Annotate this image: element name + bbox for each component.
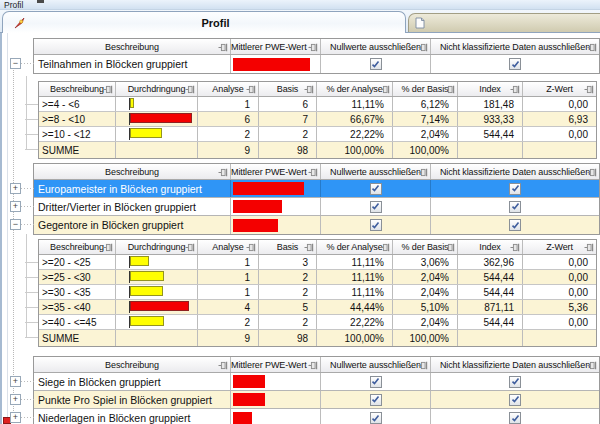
column-header-7[interactable]: Z-Wert xyxy=(523,240,596,254)
nullwerte-checkbox[interactable] xyxy=(370,412,382,424)
group-row-label-cell: Niederlagen in Blöcken gruppiert xyxy=(34,409,231,424)
detail-row[interactable]: >=20 - <251311,11%3,06%362,960,00 xyxy=(39,255,596,270)
group-row[interactable]: +Europameister in Blöcken gruppiert xyxy=(34,180,599,198)
column-header-5[interactable]: % der Basis xyxy=(393,240,458,254)
push-pin-icon[interactable] xyxy=(218,43,228,52)
push-pin-icon[interactable] xyxy=(218,168,228,177)
column-header-1[interactable]: Mittlerer PWE-Wert xyxy=(231,39,321,54)
push-pin-icon[interactable] xyxy=(304,243,314,252)
push-pin-icon[interactable] xyxy=(418,361,428,370)
nicht-klassifiziert-checkbox[interactable] xyxy=(509,58,521,70)
column-header-1[interactable]: Durchdringung xyxy=(116,82,198,96)
push-pin-icon[interactable] xyxy=(103,85,113,94)
push-pin-icon[interactable] xyxy=(445,243,455,252)
push-pin-icon[interactable] xyxy=(418,168,428,177)
push-pin-icon[interactable] xyxy=(584,243,594,252)
column-header-3[interactable]: Nicht klassifizierte Daten ausschließen xyxy=(431,39,599,54)
collapse-icon[interactable]: − xyxy=(10,58,21,69)
detail-row[interactable]: >=8 - <106766,67%7,14%933,336,93 xyxy=(39,112,596,127)
detail-row[interactable]: >=35 - <404544,44%5,10%871,115,36 xyxy=(39,300,596,315)
expand-icon[interactable]: + xyxy=(10,394,21,405)
nicht-klassifiziert-checkbox[interactable] xyxy=(509,183,521,195)
column-header-0[interactable]: Beschreibung xyxy=(34,164,231,179)
nicht-klassifiziert-checkbox[interactable] xyxy=(509,376,521,388)
column-header-2[interactable]: Analyse xyxy=(198,240,259,254)
nicht-klassifiziert-checkbox[interactable] xyxy=(509,201,521,213)
nullwerte-checkbox[interactable] xyxy=(370,201,382,213)
column-header-1[interactable]: Mittlerer PWE-Wert xyxy=(231,357,321,372)
push-pin-icon[interactable] xyxy=(308,361,318,370)
detail-row[interactable]: SUMME998100,00%100,00% xyxy=(39,142,596,158)
push-pin-icon[interactable] xyxy=(103,243,113,252)
push-pin-icon[interactable] xyxy=(510,85,520,94)
column-header-4[interactable]: % der Analyse xyxy=(317,82,393,96)
nullwerte-checkbox[interactable] xyxy=(370,219,382,231)
column-header-6[interactable]: Index xyxy=(458,82,523,96)
nullwerte-cell xyxy=(321,55,431,73)
push-pin-icon[interactable] xyxy=(308,43,318,52)
column-header-2[interactable]: Nullwerte ausschließen xyxy=(321,357,431,372)
column-header-7[interactable]: Z-Wert xyxy=(523,82,596,96)
push-pin-icon[interactable] xyxy=(185,243,195,252)
column-header-3[interactable]: Nicht klassifizierte Daten ausschließen xyxy=(431,164,599,179)
nullwerte-checkbox[interactable] xyxy=(370,58,382,70)
column-header-2[interactable]: Nullwerte ausschließen xyxy=(321,39,431,54)
detail-row[interactable]: >=40 - <=452222,22%2,04%544,440,00 xyxy=(39,315,596,330)
column-header-1[interactable]: Mittlerer PWE-Wert xyxy=(231,164,321,179)
pct-basis-value: 100,00% xyxy=(410,145,449,156)
push-pin-icon[interactable] xyxy=(587,43,597,52)
push-pin-icon[interactable] xyxy=(304,85,314,94)
detail-row[interactable]: >=25 - <301211,11%2,04%544,440,00 xyxy=(39,270,596,285)
tab-new-blank[interactable] xyxy=(408,13,600,33)
detail-row[interactable]: >=30 - <351211,11%2,04%544,440,00 xyxy=(39,285,596,300)
detail-row[interactable]: >=4 - <61611,11%6,12%181,480,00 xyxy=(39,97,596,112)
push-pin-icon[interactable] xyxy=(185,85,195,94)
detail-row[interactable]: >=10 - <122222,22%2,04%544,440,00 xyxy=(39,127,596,142)
expand-icon[interactable]: + xyxy=(10,376,21,387)
push-pin-icon[interactable] xyxy=(445,85,455,94)
group-row[interactable]: −Gegentore in Blöcken gruppiert xyxy=(34,216,599,234)
group-row[interactable]: −Teilnahmen in Blöcken gruppiert xyxy=(34,55,599,73)
nicht-klassifiziert-checkbox[interactable] xyxy=(509,394,521,406)
push-pin-icon[interactable] xyxy=(587,168,597,177)
column-header-1[interactable]: Durchdringung xyxy=(116,240,198,254)
expand-icon[interactable]: + xyxy=(10,201,21,212)
nicht-klassifiziert-checkbox[interactable] xyxy=(509,412,521,424)
group-row[interactable]: +Niederlagen in Blöcken gruppiert xyxy=(34,409,599,424)
push-pin-icon[interactable] xyxy=(380,85,390,94)
tab-profil[interactable]: Profil xyxy=(2,11,406,33)
nullwerte-checkbox[interactable] xyxy=(370,376,382,388)
column-header-3[interactable]: Basis xyxy=(259,82,317,96)
group-row[interactable]: +Punkte Pro Spiel in Blöcken gruppiert xyxy=(34,391,599,409)
column-header-0[interactable]: Beschreibung xyxy=(39,82,116,96)
push-pin-icon[interactable] xyxy=(308,168,318,177)
column-header-0[interactable]: Beschreibung xyxy=(34,357,231,372)
expand-icon[interactable]: + xyxy=(10,183,21,194)
detail-row[interactable]: SUMME998100,00%100,00% xyxy=(39,330,596,346)
push-pin-icon[interactable] xyxy=(246,85,256,94)
push-pin-icon[interactable] xyxy=(510,243,520,252)
column-header-3[interactable]: Nicht klassifizierte Daten ausschließen xyxy=(431,357,599,372)
push-pin-icon[interactable] xyxy=(218,361,228,370)
group-row[interactable]: +Dritter/Vierter in Blöcken gruppiert xyxy=(34,198,599,216)
nullwerte-cell xyxy=(321,216,431,234)
push-pin-icon[interactable] xyxy=(584,85,594,94)
push-pin-icon[interactable] xyxy=(418,43,428,52)
column-header-3[interactable]: Basis xyxy=(259,240,317,254)
expand-icon[interactable]: + xyxy=(10,412,21,423)
column-header-2[interactable]: Nullwerte ausschließen xyxy=(321,164,431,179)
column-header-0[interactable]: Beschreibung xyxy=(39,240,116,254)
column-header-6[interactable]: Index xyxy=(458,240,523,254)
nullwerte-checkbox[interactable] xyxy=(370,183,382,195)
column-header-5[interactable]: % der Basis xyxy=(393,82,458,96)
group-row[interactable]: +Siege in Blöcken gruppiert xyxy=(34,373,599,391)
column-header-4[interactable]: % der Analyse xyxy=(317,240,393,254)
push-pin-icon[interactable] xyxy=(587,361,597,370)
column-header-2[interactable]: Analyse xyxy=(198,82,259,96)
nicht-klassifiziert-checkbox[interactable] xyxy=(509,219,521,231)
push-pin-icon[interactable] xyxy=(246,243,256,252)
push-pin-icon[interactable] xyxy=(380,243,390,252)
collapse-icon[interactable]: − xyxy=(10,219,21,230)
nullwerte-checkbox[interactable] xyxy=(370,394,382,406)
column-header-0[interactable]: Beschreibung xyxy=(34,39,231,54)
